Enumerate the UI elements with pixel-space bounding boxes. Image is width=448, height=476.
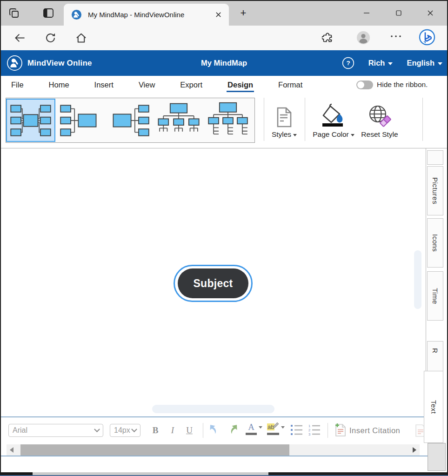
scrollbar-thumb[interactable] <box>20 444 289 456</box>
scroll-left-arrow[interactable] <box>10 447 13 453</box>
bing-copilot-icon[interactable] <box>418 28 430 41</box>
font-color-bar <box>246 433 257 435</box>
profile-avatar[interactable] <box>356 31 369 43</box>
window-border-left <box>0 0 1 476</box>
page-color-button[interactable]: Page Color <box>308 98 359 139</box>
browser-window: My MindMap - MindViewOnline + <box>0 0 448 476</box>
font-color-letter: A <box>248 422 254 432</box>
design-ribbon: Styles Page Color Reset Style <box>0 94 448 148</box>
bottom-strip <box>0 472 448 476</box>
scroll-right-arrow[interactable] <box>413 447 416 453</box>
ribbon-separator <box>422 98 423 141</box>
font-color-button[interactable]: A <box>246 422 262 435</box>
reset-style-button[interactable]: Reset Style <box>357 98 402 139</box>
layout-left-thumbnail[interactable] <box>55 99 105 142</box>
tab-text-label: Text <box>430 400 438 414</box>
underline-button[interactable]: U <box>183 423 196 437</box>
font-size-select[interactable]: 14px <box>110 424 140 437</box>
chevron-down-icon <box>388 62 393 65</box>
window-minimize-button[interactable] <box>360 7 374 20</box>
mindview-logo-icon <box>7 55 23 71</box>
menu-home[interactable]: Home <box>49 76 69 94</box>
horizontal-scrollbar[interactable] <box>7 444 420 456</box>
svg-text:3: 3 <box>308 432 310 436</box>
tab-pictures-label: Pictures <box>431 177 439 204</box>
root-topic-label: Subject <box>193 277 233 290</box>
text-format-toolbar: Arial 14px B I U A ab <box>0 418 426 443</box>
canvas-vertical-scroll-hint[interactable] <box>414 250 421 309</box>
ribbon-separator <box>264 98 264 141</box>
side-panel-tab-pictures[interactable]: Pictures <box>427 166 443 215</box>
chevron-down-icon <box>259 426 262 429</box>
brand[interactable]: MindView Online <box>7 50 92 76</box>
menu-file[interactable]: File <box>11 76 24 94</box>
tab-actions-menu-icon[interactable] <box>8 7 20 19</box>
hide-ribbon-toggle[interactable] <box>356 80 373 89</box>
tab-time-label: Time <box>431 288 439 304</box>
browser-tab[interactable]: My MindMap - MindViewOnline <box>64 4 229 26</box>
numbered-list-icon[interactable]: 123 <box>308 424 321 436</box>
side-panel-tab-time[interactable]: Time <box>427 271 443 321</box>
chevron-down-icon <box>281 426 285 429</box>
styles-document-icon <box>276 101 293 127</box>
side-panel-corner <box>428 443 446 471</box>
tab-close-icon[interactable] <box>212 9 224 21</box>
settings-more-icon[interactable] <box>390 34 402 47</box>
font-family-select[interactable]: Arial <box>8 424 103 437</box>
home-icon[interactable] <box>75 32 87 44</box>
refresh-icon[interactable] <box>44 32 57 44</box>
italic-button[interactable]: I <box>166 423 179 437</box>
canvas-horizontal-scroll-hint[interactable] <box>152 405 274 413</box>
extensions-puzzle-icon[interactable] <box>322 32 334 44</box>
insert-citation-icon[interactable] <box>333 423 347 437</box>
menu-view[interactable]: View <box>139 76 155 94</box>
menu-export[interactable]: Export <box>180 76 202 94</box>
bold-button[interactable]: B <box>149 423 162 437</box>
undo-icon[interactable] <box>208 423 221 436</box>
browser-tab-bar: My MindMap - MindViewOnline + <box>0 0 448 26</box>
side-panel-tab-icons[interactable]: Icons <box>427 218 443 268</box>
highlight-color-button[interactable]: ab <box>267 422 285 435</box>
tab-r-label: R <box>431 348 439 353</box>
side-panel-collapsed-tab[interactable] <box>427 150 443 165</box>
font-family-value: Arial <box>13 426 27 435</box>
mindmap-canvas[interactable]: Subject <box>0 148 426 416</box>
redo-icon[interactable] <box>227 423 239 436</box>
styles-button[interactable]: Styles <box>269 98 300 139</box>
new-tab-button[interactable]: + <box>237 7 249 19</box>
insert-citation-label[interactable]: Insert Citation <box>349 423 400 437</box>
layout-gallery <box>6 98 255 143</box>
root-topic-shape: Subject <box>178 268 248 298</box>
window-close-button[interactable] <box>423 7 437 20</box>
window-maximize-button[interactable] <box>392 7 406 20</box>
split-screen-icon[interactable] <box>42 7 54 19</box>
tab-title: My MindMap - MindViewOnline <box>88 11 212 19</box>
help-icon[interactable]: ? <box>342 57 354 69</box>
header-right-group: ? Rich English <box>342 50 442 76</box>
layout-mindmap-thumbnail[interactable] <box>6 99 55 142</box>
bullet-list-icon[interactable] <box>290 424 303 436</box>
language-menu[interactable]: English <box>407 59 442 67</box>
styles-label: Styles <box>272 130 291 139</box>
side-panel-tab-text[interactable]: Text <box>424 371 443 443</box>
menu-insert[interactable]: Insert <box>94 76 114 94</box>
user-menu-label: Rich <box>368 59 385 67</box>
layout-orgchart-thumbnail[interactable] <box>203 99 253 142</box>
layout-topdown-thumbnail[interactable] <box>154 99 203 142</box>
user-menu[interactable]: Rich <box>368 59 393 67</box>
side-panel-tab-r[interactable]: R <box>427 341 443 372</box>
back-icon[interactable] <box>13 32 26 44</box>
window-border-top <box>0 0 448 1</box>
layout-right-thumbnail[interactable] <box>105 99 154 142</box>
toolbar-divider <box>328 423 328 438</box>
app-bottom-border <box>0 456 428 456</box>
root-topic-node[interactable]: Subject <box>174 265 253 302</box>
hide-ribbon-label: Hide the ribbon. <box>377 80 428 89</box>
svg-text:2: 2 <box>308 428 310 432</box>
menu-format[interactable]: Format <box>278 76 302 94</box>
toggle-knob <box>357 81 364 88</box>
menu-design[interactable]: Design <box>227 76 253 94</box>
chevron-down-icon <box>131 426 137 432</box>
chevron-down-icon <box>438 62 442 65</box>
pencil-icon <box>272 422 280 429</box>
